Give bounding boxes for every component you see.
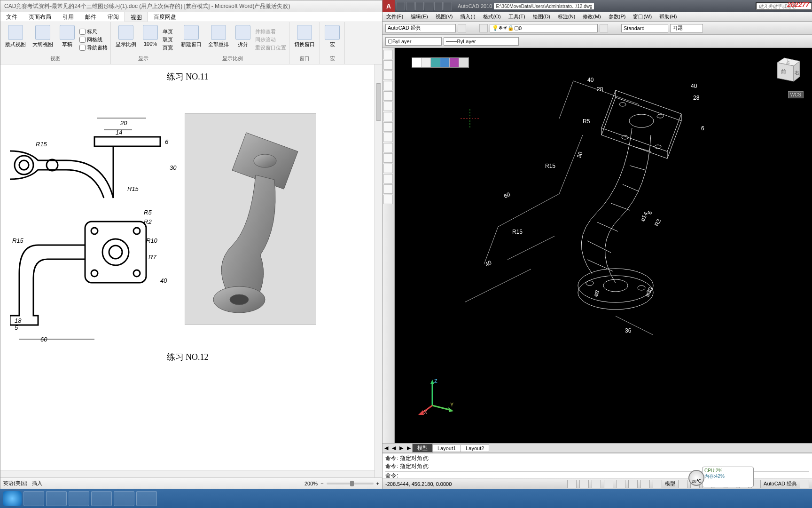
taskbar-autocad[interactable] — [114, 491, 134, 506]
start-button[interactable] — [3, 491, 22, 506]
zoom-value[interactable]: 200% — [304, 481, 318, 486]
qat-print-icon[interactable] — [444, 2, 452, 10]
sb-model[interactable]: 模型 — [665, 480, 675, 487]
tab-layout2[interactable]: Layout2 — [461, 444, 489, 452]
menu-help[interactable]: 帮助(H) — [656, 12, 680, 21]
taskbar-media[interactable] — [136, 491, 157, 506]
tool-pline-icon[interactable] — [383, 71, 393, 80]
tb-layer-icon[interactable] — [479, 24, 488, 32]
menu-file[interactable]: 文件(F) — [383, 12, 407, 21]
menu-tools[interactable]: 工具(T) — [505, 12, 529, 21]
btn-100[interactable]: 100% — [141, 24, 160, 55]
chk-gridlines[interactable]: 网格线 — [79, 36, 108, 43]
tool-polygon-icon[interactable] — [383, 81, 393, 90]
linetype-dropdown[interactable]: ─── ByLayer — [444, 37, 519, 46]
tool-spline-icon[interactable] — [383, 122, 393, 132]
status-lang[interactable]: 英语(美国) — [3, 480, 27, 487]
acad-titlebar[interactable]: A AutoCAD 2010 E:\360MoveData\Users\Admi… — [383, 0, 812, 12]
acad-viewport[interactable]: 40 28 40 28 R5 6 30 R15 60 R15 40 R2 ø14… — [395, 48, 812, 443]
sb-lwt-icon[interactable] — [653, 480, 662, 488]
zoom-minus-icon[interactable]: − — [320, 481, 323, 486]
tool-ellipse-icon[interactable] — [383, 133, 393, 142]
menu-modify[interactable]: 修改(M) — [579, 12, 605, 21]
tab-file[interactable]: 文件 — [0, 12, 23, 22]
viewcube[interactable]: 前 右 上 — [768, 56, 801, 88]
menu-format[interactable]: 格式(O) — [479, 12, 505, 21]
word-hscrollbar[interactable] — [0, 470, 375, 477]
wcs-label[interactable]: WCS — [788, 91, 804, 98]
menu-dimension[interactable]: 标注(N) — [554, 12, 579, 21]
tool-circle-icon[interactable] — [383, 112, 393, 121]
system-monitor-widget[interactable]: CPU:2% 内存:42% 28℃ — [702, 467, 754, 487]
tool-region-icon[interactable] — [383, 195, 393, 204]
menu-window[interactable]: 窗口(W) — [629, 12, 656, 21]
btn-onepage[interactable]: 单页 — [163, 28, 173, 35]
menu-edit[interactable]: 编辑(E) — [407, 12, 432, 21]
chk-ruler[interactable]: 标尺 — [79, 28, 108, 35]
word-titlebar[interactable]: CAD竞赛考试资料-最常见的24个三维图形练习(1).doc (用户上次保存的)… — [0, 0, 382, 12]
menu-view[interactable]: 视图(V) — [432, 12, 457, 21]
chk-navpane[interactable]: 导航窗格 — [79, 44, 108, 51]
btn-macro[interactable]: 宏 — [323, 24, 342, 55]
sb-snap-icon[interactable] — [567, 480, 577, 488]
menu-insert[interactable]: 插入(I) — [456, 12, 479, 21]
btn-switchwin[interactable]: 切换窗口 — [292, 24, 317, 55]
tool-rect-icon[interactable] — [383, 91, 393, 101]
btn-printlayout[interactable]: 版式视图 — [3, 24, 28, 55]
tab-layout1[interactable]: Layout1 — [432, 444, 461, 452]
word-document[interactable]: 练习 NO.11 20 — [0, 64, 375, 477]
sb-grid-icon[interactable] — [579, 480, 589, 488]
tab-layout[interactable]: 页面布局 — [23, 12, 57, 22]
menu-draw[interactable]: 绘图(D) — [529, 12, 554, 21]
taskbar-word[interactable] — [91, 491, 112, 506]
menu-param[interactable]: 参数(P) — [605, 12, 630, 21]
taskbar-app2[interactable] — [46, 491, 67, 506]
word-vscrollbar[interactable] — [375, 64, 382, 477]
btn-twopage[interactable]: 双页 — [163, 36, 173, 43]
zoom-plus-icon[interactable]: + — [376, 481, 379, 486]
tab-review[interactable]: 审阅 — [102, 12, 125, 22]
vs-2dwire-icon[interactable] — [412, 58, 422, 67]
tab-references[interactable]: 引用 — [57, 12, 79, 22]
acad-logo-icon[interactable]: A — [383, 0, 395, 12]
sb-otrack-icon[interactable] — [628, 480, 638, 488]
scroll-thumb[interactable] — [376, 83, 381, 121]
sb-qv-icon[interactable] — [678, 480, 687, 488]
tool-hatch-icon[interactable] — [383, 143, 393, 152]
status-coords[interactable]: -208.5444, 456.2180, 0.0000 — [385, 481, 452, 487]
sb-workspace[interactable]: AutoCAD 经典 — [764, 480, 797, 487]
tab-view[interactable]: 视图 — [125, 12, 148, 22]
sb-osnap-icon[interactable] — [616, 480, 625, 488]
tab-baidu[interactable]: 百度网盘 — [148, 12, 182, 22]
btn-draft[interactable]: 草稿 — [58, 24, 77, 55]
btn-pagewidth[interactable]: 页宽 — [163, 44, 173, 51]
btn-arrangeall[interactable]: 全部重排 — [206, 24, 231, 55]
sb-dyn-icon[interactable] — [640, 480, 650, 488]
tool-block-icon[interactable] — [383, 164, 393, 173]
tool-point-icon[interactable] — [383, 153, 393, 163]
qat-save-icon[interactable] — [415, 2, 424, 10]
zoom-slider[interactable] — [327, 483, 374, 484]
btn-newwindow[interactable]: 新建窗口 — [179, 24, 203, 55]
sb-ortho-icon[interactable] — [592, 480, 601, 488]
btn-zoom[interactable]: 显示比例 — [114, 24, 138, 55]
qat-new-icon[interactable] — [397, 2, 405, 10]
taskbar-app3[interactable] — [69, 491, 89, 506]
vs-3dwire-icon[interactable] — [422, 58, 431, 67]
tool-arc-icon[interactable] — [383, 102, 393, 111]
textstyle-dropdown[interactable]: Standard — [621, 24, 668, 32]
btn-split[interactable]: 拆分 — [234, 24, 252, 55]
tool-text-icon[interactable] — [383, 174, 393, 183]
tool-line-icon[interactable] — [383, 50, 393, 59]
qat-undo-icon[interactable] — [425, 2, 433, 10]
btn-outline[interactable]: 大纲视图 — [31, 24, 55, 55]
taskbar-app1[interactable] — [23, 491, 44, 506]
status-mode[interactable]: 插入 — [32, 480, 42, 487]
dimstyle-dropdown[interactable]: 习题 — [670, 24, 703, 32]
qat-redo-icon[interactable] — [434, 2, 443, 10]
tab-model[interactable]: 模型 — [412, 444, 433, 452]
sb-polar-icon[interactable] — [604, 480, 613, 488]
sb-lock-icon[interactable] — [800, 480, 809, 488]
tb-layerprops-icon[interactable] — [600, 24, 608, 32]
tab-mail[interactable]: 邮件 — [79, 12, 102, 22]
